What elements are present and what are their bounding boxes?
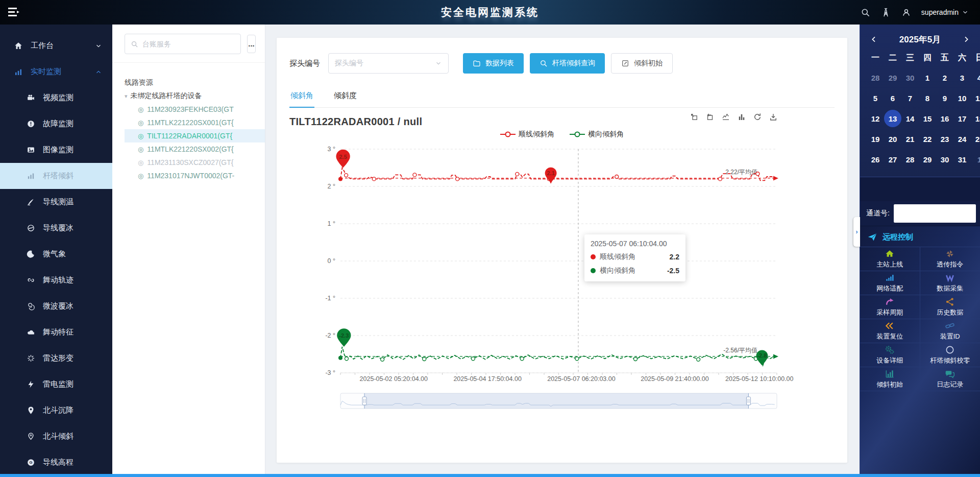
calendar-day[interactable]: 14: [901, 108, 919, 129]
remote-item-11[interactable]: 日志记录: [920, 367, 980, 391]
device-item-3[interactable]: ◎11MTLK221220SX002(GT{: [125, 142, 265, 156]
tilt-init-button[interactable]: 倾斜初始: [611, 53, 673, 74]
calendar-day[interactable]: 10: [953, 88, 971, 108]
sidebar-item-15[interactable]: 北斗倾斜: [0, 423, 112, 449]
calendar-day[interactable]: 1: [919, 67, 936, 88]
user-menu[interactable]: superadmin: [921, 8, 969, 16]
search-icon[interactable]: [861, 8, 870, 17]
calendar-day[interactable]: 22: [919, 129, 936, 149]
sidebar-item-5[interactable]: 杆塔倾斜: [0, 163, 112, 189]
calendar-day[interactable]: 28: [901, 149, 919, 170]
house-icon: [885, 249, 895, 259]
zoom-reset-icon[interactable]: [705, 112, 715, 122]
calendar-day[interactable]: 23: [936, 129, 953, 149]
remote-item-4[interactable]: 采样周期: [860, 295, 920, 319]
calendar-day[interactable]: 2: [936, 67, 953, 88]
sidebar-item-0[interactable]: 工作台: [0, 33, 112, 59]
remote-item-3[interactable]: 数据采集: [920, 271, 980, 295]
calendar-day[interactable]: 21: [901, 129, 919, 149]
remote-item-10[interactable]: 倾斜初始: [860, 367, 920, 391]
remote-item-8[interactable]: 设备详细: [860, 343, 920, 367]
remote-item-6[interactable]: 装置复位: [860, 319, 920, 343]
remote-item-5[interactable]: 历史数据: [920, 295, 980, 319]
device-item-5[interactable]: ◎11M231017NJWT0002(GT-: [125, 169, 265, 182]
sidebar-item-8[interactable]: 微气象: [0, 241, 112, 267]
sidebar-item-1[interactable]: 实时监测: [0, 59, 112, 85]
sidebar-item-13[interactable]: 雷电监测: [0, 371, 112, 397]
calendar-day[interactable]: 28: [867, 67, 884, 88]
calendar-day[interactable]: 1: [971, 149, 980, 170]
tilt-query-button[interactable]: 杆塔倾斜查询: [530, 53, 605, 74]
sidebar-item-14[interactable]: 北斗沉降: [0, 397, 112, 423]
bar-chart-icon[interactable]: [737, 112, 746, 122]
calendar-day[interactable]: 30: [901, 67, 919, 88]
probe-select[interactable]: 探头编号: [328, 53, 449, 74]
sidebar-item-7[interactable]: 导线覆冰: [0, 215, 112, 241]
tower-icon[interactable]: [880, 7, 891, 18]
sidebar-item-4[interactable]: 图像监测: [0, 137, 112, 163]
remote-item-7[interactable]: 装置ID: [920, 319, 980, 343]
sidebar-item-11[interactable]: 舞动特征: [0, 319, 112, 345]
calendar-day[interactable]: 16: [936, 108, 953, 129]
menu-toggle-icon[interactable]: [7, 7, 20, 18]
calendar-prev-icon[interactable]: [869, 34, 879, 44]
sidebar-item-2[interactable]: 视频监测: [0, 85, 112, 111]
device-item-1[interactable]: ◎11MTLK221220SX001(GT{: [125, 116, 265, 129]
globe-icon: G: [27, 458, 35, 467]
calendar-next-icon[interactable]: [961, 34, 971, 44]
remote-item-9[interactable]: 杆塔倾斜校零: [920, 343, 980, 367]
device-item-0[interactable]: ◎11M230923FEKHCE03(GT: [125, 103, 265, 116]
user-icon[interactable]: [901, 8, 911, 17]
legend-item-1[interactable]: 横向倾斜角: [570, 130, 624, 139]
calendar-day[interactable]: 8: [919, 88, 936, 108]
calendar-day[interactable]: 6: [884, 88, 901, 108]
remote-item-0[interactable]: 主站上线: [860, 247, 920, 271]
area-zoom-icon[interactable]: [690, 112, 699, 122]
calendar-day[interactable]: 24: [953, 129, 971, 149]
bottom-scroll-strip[interactable]: [0, 474, 980, 477]
calendar-day[interactable]: 29: [919, 149, 936, 170]
calendar-day[interactable]: 20: [884, 129, 901, 149]
sidebar-item-10[interactable]: 微波覆冰: [0, 293, 112, 319]
calendar-day[interactable]: 17: [953, 108, 971, 129]
sidebar-item-9[interactable]: 舞动轨迹: [0, 267, 112, 293]
calendar-day[interactable]: 15: [919, 108, 936, 129]
sidebar-item-6[interactable]: 导线测温: [0, 189, 112, 215]
calendar-day[interactable]: 30: [936, 149, 953, 170]
calendar-day[interactable]: 31: [953, 149, 971, 170]
calendar-day[interactable]: 3: [953, 67, 971, 88]
sidebar-item-3[interactable]: 故障监测: [0, 111, 112, 137]
calendar-day[interactable]: 18: [971, 108, 980, 129]
ledger-search-input[interactable]: [142, 40, 235, 48]
calendar-day[interactable]: 19: [867, 129, 884, 149]
device-item-4[interactable]: ◎11M231130SXCZ0027(GT{: [125, 156, 265, 169]
line-chart-icon[interactable]: [721, 112, 730, 122]
panel-collapse-handle[interactable]: ›: [853, 217, 860, 247]
data-list-button[interactable]: 数据列表: [463, 53, 524, 74]
calendar-day[interactable]: 26: [867, 149, 884, 170]
legend-item-0[interactable]: 顺线倾斜角: [500, 130, 554, 139]
calendar-day[interactable]: 29: [884, 67, 901, 88]
calendar-day[interactable]: 27: [884, 149, 901, 170]
device-item-2[interactable]: ◎TILT1122RADAR0001(GT{: [125, 129, 265, 142]
sidebar-item-12[interactable]: 雷达形变: [0, 345, 112, 371]
channel-input[interactable]: [894, 204, 976, 223]
calendar-day[interactable]: 11: [971, 88, 980, 108]
tab-0[interactable]: 倾斜角: [289, 86, 314, 107]
download-icon[interactable]: [769, 112, 778, 122]
tab-1[interactable]: 倾斜度: [333, 86, 358, 107]
calendar-day[interactable]: 5: [867, 88, 884, 108]
calendar-day[interactable]: 7: [901, 88, 919, 108]
calendar-day[interactable]: 4: [971, 67, 980, 88]
calendar-day[interactable]: 12: [867, 108, 884, 129]
calendar-day[interactable]: 25: [971, 129, 980, 149]
restore-icon[interactable]: [753, 112, 762, 122]
more-button[interactable]: ...: [247, 35, 256, 53]
sidebar-item-16[interactable]: G导线高程: [0, 449, 112, 474]
calendar-day[interactable]: 9: [936, 88, 953, 108]
calendar-day-selected[interactable]: 13: [884, 108, 901, 129]
tree-group[interactable]: ▾ 未绑定线路杆塔的设备: [125, 89, 265, 103]
remote-item-2[interactable]: 网络适配: [860, 271, 920, 295]
svg-text:G: G: [29, 460, 32, 465]
remote-item-1[interactable]: 透传指令: [920, 247, 980, 271]
